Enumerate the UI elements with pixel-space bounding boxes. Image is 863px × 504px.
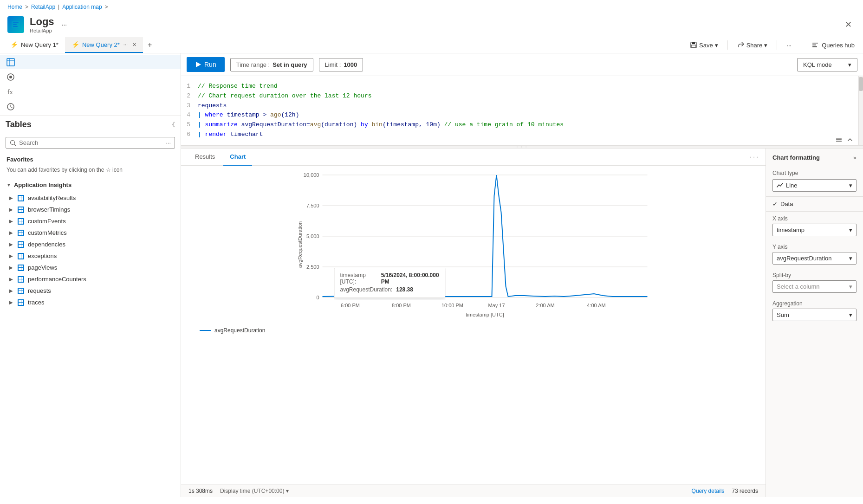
queries-hub-button[interactable]: Queries hub: [807, 39, 859, 51]
breadcrumb-appmap[interactable]: Application map: [62, 4, 102, 10]
sidebar-nav-tables[interactable]: [0, 55, 181, 69]
table-item[interactable]: ▶ availabilityResults: [6, 192, 174, 204]
limit-value: 1000: [344, 61, 357, 68]
sidebar-nav-history[interactable]: [0, 100, 181, 114]
chart-aggregation-label: Aggregation: [772, 300, 857, 307]
table-icon: [18, 265, 24, 271]
chart-aggregation-field: Aggregation Sum ▾: [772, 297, 857, 325]
chart-split-by-label: Split-by: [772, 272, 857, 278]
table-item[interactable]: ▶ customMetrics: [6, 227, 174, 239]
svg-text:10,000: 10,000: [304, 172, 319, 178]
section-header-appinsights[interactable]: ▼ Application Insights: [0, 178, 181, 192]
chart-type-dropdown[interactable]: Line ▾: [772, 179, 857, 192]
editor-scrollbar[interactable]: [858, 76, 863, 145]
tooltip-value-2: 128.38: [396, 286, 413, 293]
query-details-link[interactable]: Query details: [692, 488, 725, 494]
align-icon[interactable]: [835, 136, 843, 143]
sidebar-collapse-button[interactable]: 《: [169, 121, 175, 129]
chart-x-axis-dropdown[interactable]: timestamp ▾: [772, 224, 857, 236]
search-box[interactable]: ···: [6, 137, 175, 149]
save-chevron: ▾: [715, 42, 718, 49]
table-item[interactable]: ▶ pageViews: [6, 262, 174, 273]
tab-new-query-2[interactable]: ⚡ New Query 2* ··· ✕: [65, 37, 143, 53]
tab-close-button[interactable]: ✕: [132, 42, 136, 48]
table-item[interactable]: ▶ exceptions: [6, 250, 174, 262]
svg-text:fx: fx: [7, 89, 13, 96]
save-button[interactable]: Save ▾: [686, 39, 722, 51]
table-icon: [18, 230, 24, 236]
status-display-chevron: ▾: [286, 488, 289, 494]
chart-panel-header: Chart formatting »: [766, 149, 863, 165]
expand-icon: ▶: [9, 195, 14, 200]
limit-button[interactable]: Limit : 1000: [319, 58, 363, 71]
table-item[interactable]: ▶ customEvents: [6, 215, 174, 227]
tab-results[interactable]: Results: [188, 149, 221, 166]
tab-label-2: New Query 2*: [82, 41, 120, 48]
code-editor[interactable]: 1 // Response time trend 2 // Chart requ…: [181, 76, 863, 146]
legend-label: avgRequestDuration: [214, 327, 265, 334]
run-button[interactable]: Run: [187, 57, 225, 72]
table-item[interactable]: ▶ browserTimings: [6, 204, 174, 215]
table-name-traces: traces: [28, 299, 44, 306]
tables-nav-icon: [6, 58, 15, 66]
table-item[interactable]: ▶ traces: [6, 297, 174, 308]
chart-panel: Chart formatting » Chart type Line ▾: [766, 149, 863, 497]
breadcrumb-retailapp[interactable]: RetailApp: [31, 4, 55, 10]
line-chart-icon: [777, 182, 783, 188]
chart-legend: avgRequestDuration: [181, 323, 766, 337]
breadcrumb-sep1: >: [25, 4, 28, 10]
table-item[interactable]: ▶ performanceCounters: [6, 273, 174, 285]
table-item[interactable]: ▶ dependencies: [6, 239, 174, 250]
table-icon: [18, 299, 24, 306]
line-content-1: // Response time trend: [198, 82, 863, 91]
svg-marker-19: [196, 62, 201, 67]
svg-line-18: [14, 144, 16, 146]
share-button[interactable]: Share ▾: [733, 39, 772, 51]
breadcrumb-home[interactable]: Home: [7, 4, 22, 10]
chart-y-axis-dropdown[interactable]: avgRequestDuration ▾: [772, 252, 857, 265]
sidebar-nav-filter[interactable]: [0, 70, 181, 84]
table-item[interactable]: ▶ requests: [6, 285, 174, 297]
sidebar-nav-functions[interactable]: fx: [0, 85, 181, 99]
legend-line-icon: [200, 330, 211, 331]
tab-more-button[interactable]: ···: [123, 42, 128, 47]
header-more-button[interactable]: ···: [62, 21, 67, 28]
tab-chart[interactable]: Chart: [223, 149, 252, 166]
search-input[interactable]: [19, 139, 163, 146]
expand-icon: ▶: [9, 277, 14, 282]
status-display-button[interactable]: Display time (UTC+00:00) ▾: [220, 488, 289, 494]
code-line-2: 2 // Chart request duration over the las…: [181, 91, 863, 101]
app-title-block: Logs RetailApp: [30, 16, 54, 33]
line-content-3: requests: [198, 101, 863, 111]
limit-label: Limit :: [325, 61, 341, 68]
line-content-6: | render timechart: [198, 130, 863, 140]
more-actions-button[interactable]: ···: [783, 40, 795, 51]
tab-label-1: New Query 1*: [21, 41, 58, 48]
line-number-6: 6: [181, 130, 198, 140]
expand-icon: ▶: [9, 230, 14, 235]
collapse-icon[interactable]: [846, 136, 854, 143]
code-line-6: 6 | render timechart: [181, 130, 863, 140]
sidebar-nav: fx: [0, 53, 181, 116]
table-icon: [18, 288, 24, 294]
kql-mode-button[interactable]: KQL mode ▾: [797, 58, 857, 71]
time-range-value: Set in query: [273, 61, 307, 68]
chart-data-header[interactable]: ✓ Data: [766, 197, 863, 212]
sidebar-scroll: Favorites You can add favorites by click…: [0, 152, 181, 497]
tab-add-button[interactable]: +: [143, 37, 156, 53]
close-button[interactable]: ✕: [841, 18, 856, 32]
svg-rect-3: [13, 26, 18, 27]
tab-new-query-1[interactable]: ⚡ New Query 1*: [4, 37, 65, 53]
chart-svg: 10,000 7,500 5,000 2,500 0 avgRequestDur…: [181, 166, 766, 323]
time-range-button[interactable]: Time range : Set in query: [230, 58, 313, 71]
chart-panel-expand-button[interactable]: »: [853, 154, 857, 161]
editor-resize-controls: [835, 136, 854, 143]
chart-split-by-dropdown[interactable]: Select a column ▾: [772, 280, 857, 293]
svg-point-14: [9, 76, 12, 78]
search-more-button[interactable]: ···: [166, 139, 171, 146]
data-collapse-icon: ✓: [772, 200, 778, 207]
svg-text:avgRequestDuration: avgRequestDuration: [297, 221, 303, 268]
chart-aggregation-dropdown[interactable]: Sum ▾: [772, 309, 857, 321]
results-tab-more[interactable]: · · ·: [750, 153, 758, 160]
expand-icon: ▶: [9, 288, 14, 293]
